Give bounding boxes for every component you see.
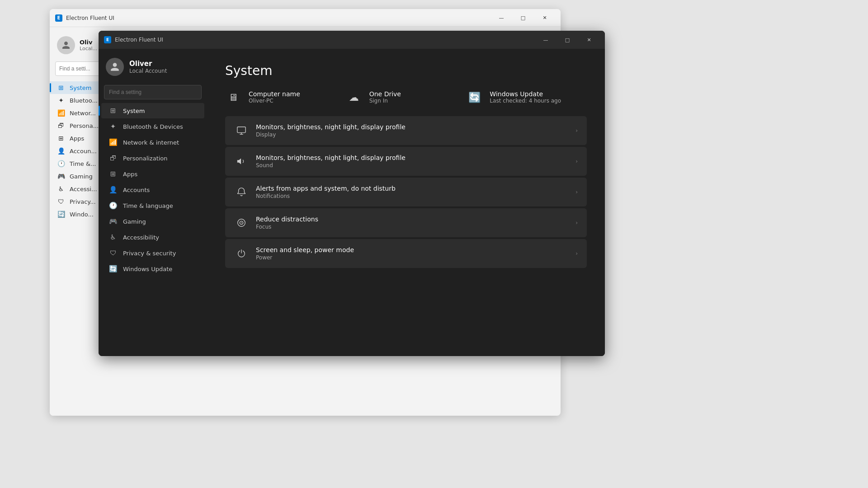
time-icon: 🕐: [57, 160, 65, 167]
bg-nav-label-privacy: Privacy...: [70, 198, 96, 205]
fg-sidebar-item-system[interactable]: ⊞System: [101, 103, 204, 118]
fg-window-controls: — □ ✕: [535, 33, 599, 47]
notifications-icon: [234, 185, 249, 199]
sound-icon: [234, 154, 249, 169]
setting-power[interactable]: Screen and sleep, power mode Power ›: [225, 239, 587, 268]
svg-rect-0: [237, 127, 245, 133]
svg-marker-3: [237, 159, 241, 164]
update-text: Windows Update Last checked: 4 hours ago: [490, 90, 561, 104]
bg-nav-label-update: Windo...: [70, 211, 94, 218]
bg-app-icon: E: [55, 14, 62, 22]
gaming-icon: 🎮: [108, 217, 118, 225]
fg-user-section: Oliver Local Account: [99, 49, 207, 85]
bg-close-button[interactable]: ✕: [534, 11, 555, 25]
fg-minimize-button[interactable]: —: [535, 33, 556, 47]
setting-sound[interactable]: Monitors, brightness, night light, displ…: [225, 147, 587, 176]
bg-avatar: [57, 36, 75, 54]
sound-text: Monitors, brightness, night light, displ…: [256, 154, 568, 169]
power-icon: [234, 246, 249, 261]
update-icon: 🔄: [57, 211, 65, 218]
bg-nav-label-network: Networ...: [70, 110, 96, 117]
fg-sidebar-item-gaming[interactable]: 🎮Gaming: [101, 214, 204, 229]
info-cards: 🖥 Computer name Oliver-PC ☁ One Drive Si…: [225, 89, 587, 105]
computer-text: Computer name Oliver-PC: [249, 90, 300, 104]
bg-nav-label-time: Time &...: [70, 160, 96, 167]
fg-maximize-button[interactable]: □: [557, 33, 578, 47]
focus-icon: [234, 216, 249, 230]
bg-nav-label-apps: Apps: [70, 135, 84, 142]
info-card-onedrive[interactable]: ☁ One Drive Sign In: [346, 89, 467, 105]
fg-nav-label-system: System: [123, 108, 145, 114]
notifications-sub: Notifications: [256, 193, 568, 199]
fg-nav-label-gaming: Gaming: [123, 218, 146, 225]
fg-user-sub: Local Account: [129, 68, 167, 74]
power-text: Screen and sleep, power mode Power: [256, 246, 568, 261]
accounts-icon: 👤: [108, 186, 118, 194]
gaming-icon: 🎮: [57, 173, 65, 180]
fg-sidebar-item-update[interactable]: 🔄Windows Update: [101, 261, 204, 277]
fg-sidebar-item-time[interactable]: 🕐Time & language: [101, 198, 204, 213]
bg-window-title: Electron Fluent UI: [66, 15, 491, 21]
power-sub: Power: [256, 254, 568, 261]
fg-nav-label-bluetooth: Bluetooth & Devices: [123, 123, 183, 130]
fg-sidebar-item-apps[interactable]: ⊞Apps: [101, 166, 204, 182]
fg-sidebar-item-bluetooth[interactable]: ✦Bluetooth & Devices: [101, 119, 204, 134]
fg-window-title: Electron Fluent UI: [115, 37, 535, 43]
fg-sidebar-item-accessibility[interactable]: ♿Accessibility: [101, 230, 204, 245]
accounts-icon: 👤: [57, 147, 65, 155]
fg-search-box[interactable]: [104, 85, 202, 99]
onedrive-icon: ☁: [346, 89, 362, 105]
accessibility-icon: ♿: [108, 233, 118, 241]
setting-focus[interactable]: Reduce distractions Focus ›: [225, 208, 587, 237]
bg-window-controls: — □ ✕: [491, 11, 555, 25]
fg-search-input[interactable]: [109, 89, 197, 95]
privacy-icon: 🛡: [108, 249, 118, 257]
system-icon: ⊞: [57, 84, 65, 91]
setting-display[interactable]: Monitors, brightness, night light, displ…: [225, 116, 587, 145]
fg-titlebar: E Electron Fluent UI — □ ✕: [99, 31, 605, 49]
bg-maximize-button[interactable]: □: [513, 11, 533, 25]
fg-nav-label-accessibility: Accessibility: [123, 234, 159, 241]
settings-list: Monitors, brightness, night light, displ…: [225, 116, 587, 268]
bg-nav-label-system: System: [70, 84, 91, 91]
focus-text: Reduce distractions Focus: [256, 216, 568, 230]
power-title: Screen and sleep, power mode: [256, 246, 568, 253]
info-card-update[interactable]: 🔄 Windows Update Last checked: 4 hours a…: [466, 89, 587, 105]
setting-notifications[interactable]: Alerts from apps and system, do not dist…: [225, 178, 587, 206]
info-card-computer[interactable]: 🖥 Computer name Oliver-PC: [225, 89, 346, 105]
focus-chevron: ›: [576, 220, 578, 226]
display-sub: Display: [256, 131, 568, 138]
fg-main-content: System 🖥 Computer name Oliver-PC ☁ One D…: [207, 49, 605, 356]
network-icon: 📶: [108, 138, 118, 146]
bluetooth-icon: ✦: [57, 97, 65, 104]
fg-sidebar-item-network[interactable]: 📶Network & internet: [101, 135, 204, 150]
display-icon: [234, 123, 249, 138]
accessibility-icon: ♿: [57, 185, 65, 192]
privacy-icon: 🛡: [57, 198, 65, 205]
foreground-window: E Electron Fluent UI — □ ✕ Oliver Local …: [99, 31, 605, 356]
fg-nav-label-update: Windows Update: [123, 266, 172, 272]
update-sub: Last checked: 4 hours ago: [490, 98, 561, 104]
bg-user-sub: Local...: [80, 46, 97, 52]
fg-sidebar-item-personalization[interactable]: 🗗Personalization: [101, 150, 204, 166]
update-icon: 🔄: [466, 89, 482, 105]
apps-icon: ⊞: [57, 135, 65, 142]
sound-title: Monitors, brightness, night light, displ…: [256, 154, 568, 161]
bg-nav-label-accounts: Accoun...: [70, 148, 97, 155]
fg-nav-label-accounts: Accounts: [123, 187, 150, 193]
fg-nav-label-privacy: Privacy & security: [123, 250, 176, 257]
onedrive-sub: Sign In: [369, 98, 401, 104]
focus-title: Reduce distractions: [256, 216, 568, 223]
display-title: Monitors, brightness, night light, displ…: [256, 123, 568, 131]
network-icon: 📶: [57, 109, 65, 117]
notifications-title: Alerts from apps and system, do not dist…: [256, 185, 568, 192]
system-icon: ⊞: [108, 107, 118, 115]
sound-sub: Sound: [256, 162, 568, 169]
bg-minimize-button[interactable]: —: [491, 11, 512, 25]
fg-sidebar-item-accounts[interactable]: 👤Accounts: [101, 182, 204, 197]
fg-sidebar-item-privacy[interactable]: 🛡Privacy & security: [101, 245, 204, 261]
sound-chevron: ›: [576, 158, 578, 164]
update-icon: 🔄: [108, 265, 118, 273]
fg-close-button[interactable]: ✕: [579, 33, 599, 47]
fg-avatar: [106, 58, 124, 76]
